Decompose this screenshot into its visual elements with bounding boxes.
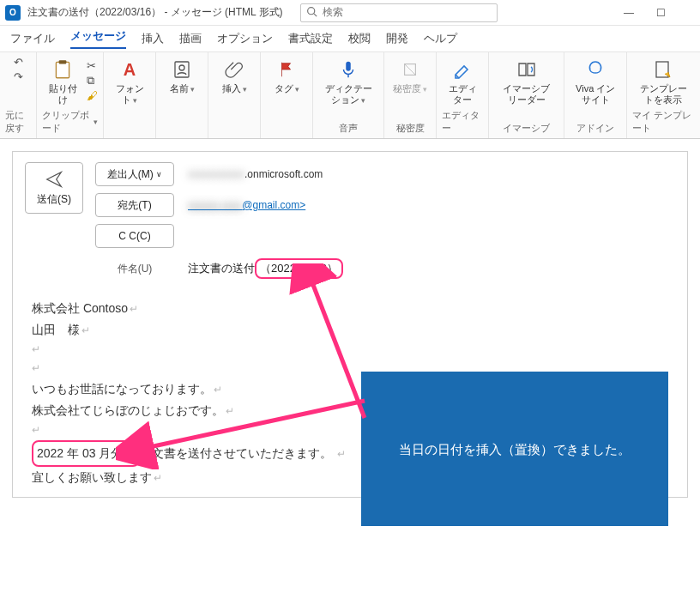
- viva-icon: [583, 57, 607, 82]
- ribbon-group-editor: エディター エディター: [437, 52, 489, 138]
- menu-bar: ファイル メッセージ 挿入 描画 オプション 書式設定 校閲 開発 ヘルプ: [0, 26, 700, 51]
- ribbon-group-voice: ディクテーション▾ 音声: [313, 52, 384, 138]
- menu-insert[interactable]: 挿入: [142, 31, 164, 46]
- cut-icon[interactable]: ✂: [87, 59, 98, 72]
- dictate-button[interactable]: ディクテーション▾: [318, 56, 378, 107]
- subject-date-highlight: （2022/03/16）: [255, 258, 343, 279]
- menu-developer[interactable]: 開発: [386, 31, 408, 46]
- ribbon-group-names: 名前▾: [156, 52, 208, 138]
- show-templates-button[interactable]: テンプレートを表示: [632, 56, 695, 107]
- ribbon-group-label-clipboard: クリップボード: [42, 109, 90, 135]
- svg-point-0: [307, 7, 314, 14]
- subject-row: 件名(U) 注文書の送付（2022/03/16）: [13, 253, 687, 289]
- ribbon-group-insert: 挿入▾: [208, 52, 261, 138]
- svg-point-5: [179, 65, 184, 70]
- immersive-reader-icon: [515, 57, 539, 82]
- paste-icon: [51, 57, 75, 82]
- svg-rect-6: [346, 62, 351, 71]
- ribbon-group-tags: タグ▾: [261, 52, 313, 138]
- ribbon-group-font: A フォント▾: [104, 52, 156, 138]
- template-icon: [651, 57, 675, 82]
- menu-review[interactable]: 校閲: [348, 31, 371, 46]
- menu-help[interactable]: ヘルプ: [424, 31, 457, 46]
- minimize-button[interactable]: —: [624, 7, 634, 19]
- flag-icon: [275, 57, 299, 82]
- ribbon-group-templates: テンプレートを表示 マイ テンプレート: [627, 52, 700, 138]
- ribbon-group-undo: ↶ ↷ 元に戻す: [0, 52, 37, 138]
- menu-draw[interactable]: 描画: [179, 31, 202, 46]
- ribbon-group-clipboard: 貼り付け ✂ ⧉ 🖌 クリップボード▾: [37, 52, 104, 138]
- to-button[interactable]: 宛先(T): [95, 193, 174, 217]
- editor-icon: [450, 57, 474, 82]
- ribbon: ↶ ↷ 元に戻す 貼り付け ✂ ⧉ 🖌 クリップボード▾ A フォント▾: [0, 51, 700, 139]
- window-controls: — ☐: [624, 7, 695, 19]
- svg-rect-3: [59, 60, 67, 64]
- immersive-reader-button[interactable]: イマーシブ リーダー: [494, 56, 558, 107]
- svg-line-8: [405, 64, 416, 76]
- microphone-icon: [336, 57, 360, 82]
- menu-options[interactable]: オプション: [217, 31, 273, 46]
- ribbon-group-immersive: イマーシブ リーダー イマーシブ: [489, 52, 564, 138]
- svg-line-1: [314, 13, 317, 15]
- attachment-icon: [222, 57, 246, 82]
- tags-button[interactable]: タグ▾: [266, 56, 307, 96]
- ribbon-group-sensitivity: 秘密度▾ 秘密度: [384, 52, 437, 138]
- paste-button[interactable]: 貼り付け: [42, 56, 83, 107]
- font-button[interactable]: A フォント▾: [109, 56, 150, 107]
- editor-button[interactable]: エディター: [442, 56, 483, 107]
- svg-rect-4: [175, 62, 189, 77]
- names-button[interactable]: 名前▾: [161, 56, 202, 96]
- subject-field[interactable]: 注文書の送付（2022/03/16）: [188, 258, 343, 279]
- from-value: xxxxxxxxxxx.onmicrosoft.com: [188, 168, 323, 180]
- undo-icon[interactable]: ↶: [14, 56, 23, 69]
- send-icon: [45, 170, 63, 189]
- sensitivity-button[interactable]: 秘密度▾: [389, 56, 431, 96]
- body-date-highlight: 2022 年 03 月分の: [32, 440, 140, 467]
- format-painter-icon[interactable]: 🖌: [87, 89, 98, 102]
- sensitivity-icon: [398, 57, 422, 82]
- viva-insights-button[interactable]: Viva インサイト: [570, 56, 621, 107]
- outlook-icon: O: [5, 5, 21, 21]
- menu-file[interactable]: ファイル: [10, 31, 55, 46]
- body-empty-1: ↵: [32, 341, 668, 360]
- search-box[interactable]: 検索: [300, 3, 498, 22]
- ribbon-group-label-undo: 元に戻す: [5, 107, 31, 136]
- cc-button[interactable]: C C(C): [95, 224, 174, 248]
- window-title: 注文書の送付（2022/03/16） - メッセージ (HTML 形式): [27, 5, 283, 20]
- title-bar: O 注文書の送付（2022/03/16） - メッセージ (HTML 形式) 検…: [0, 0, 700, 26]
- search-icon: [306, 6, 317, 20]
- maximize-button[interactable]: ☐: [656, 7, 666, 19]
- body-line-1: 株式会社 Contoso: [32, 298, 668, 319]
- compose-area: 送信(S) 差出人(M) ∨ xxxxxxxxxxx.onmicrosoft.c…: [0, 139, 700, 498]
- ribbon-group-addins: Viva インサイト アドイン: [564, 52, 627, 138]
- menu-message[interactable]: メッセージ: [70, 28, 126, 49]
- search-placeholder: 検索: [323, 5, 343, 20]
- to-value[interactable]: xxxxxx xxxx@gmail.com>: [188, 199, 305, 211]
- address-book-icon: [170, 57, 194, 82]
- redo-icon[interactable]: ↷: [14, 70, 23, 83]
- send-button[interactable]: 送信(S): [25, 162, 83, 214]
- body-line-2: 山田 様: [32, 319, 668, 341]
- message-body[interactable]: 株式会社 Contoso 山田 様 ↵ ↵ いつもお世話になっております。 株式…: [13, 289, 687, 497]
- svg-rect-2: [56, 62, 69, 77]
- compose-header: 送信(S) 差出人(M) ∨ xxxxxxxxxxx.onmicrosoft.c…: [13, 152, 687, 253]
- subject-label: 件名(U): [95, 262, 174, 276]
- from-button[interactable]: 差出人(M) ∨: [95, 162, 174, 186]
- annotation-callout: 当日の日付を挿入（置換）できました。: [361, 372, 668, 526]
- copy-icon[interactable]: ⧉: [87, 74, 98, 88]
- ribbon-insert-button[interactable]: 挿入▾: [214, 56, 255, 96]
- font-icon: A: [118, 57, 142, 82]
- menu-format[interactable]: 書式設定: [288, 31, 333, 46]
